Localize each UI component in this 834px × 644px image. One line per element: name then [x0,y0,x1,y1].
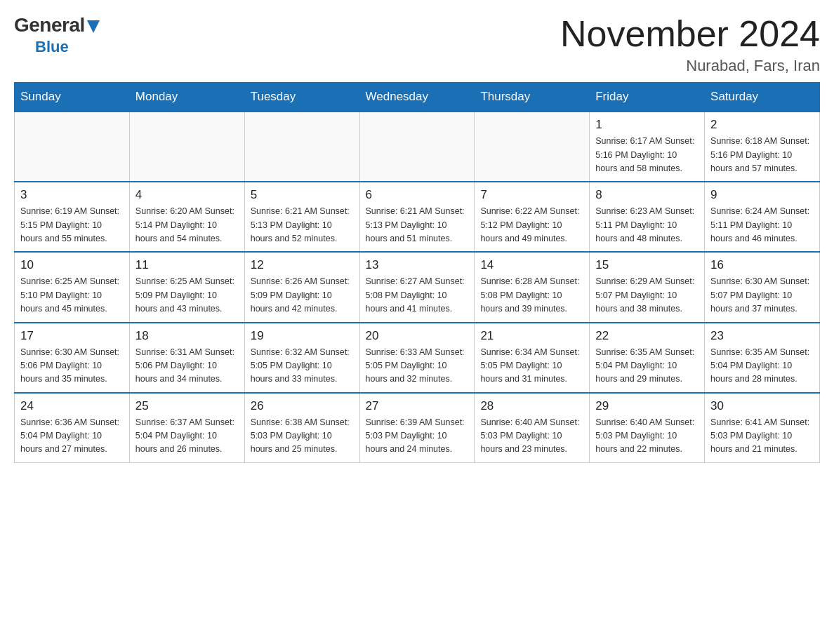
day-info: Sunrise: 6:41 AM Sunset: 5:03 PM Dayligh… [710,416,814,457]
day-cell: 9Sunrise: 6:24 AM Sunset: 5:11 PM Daylig… [705,182,820,252]
header-sunday: Sunday [15,83,130,112]
day-cell: 16Sunrise: 6:30 AM Sunset: 5:07 PM Dayli… [705,252,820,322]
day-number: 2 [710,118,814,132]
day-number: 12 [251,258,354,272]
day-cell: 29Sunrise: 6:40 AM Sunset: 5:03 PM Dayli… [590,393,705,463]
day-info: Sunrise: 6:21 AM Sunset: 5:13 PM Dayligh… [251,205,354,246]
day-number: 11 [135,258,239,272]
day-number: 3 [20,188,124,202]
day-cell [15,112,130,182]
day-cell [359,112,475,182]
day-info: Sunrise: 6:30 AM Sunset: 5:07 PM Dayligh… [710,275,814,316]
day-number: 6 [366,188,469,202]
day-number: 22 [595,329,699,343]
logo-blue: Blue [35,38,69,56]
day-number: 1 [595,118,699,132]
location: Nurabad, Fars, Iran [560,57,820,75]
day-info: Sunrise: 6:37 AM Sunset: 5:04 PM Dayligh… [135,416,239,457]
logo-triangle-icon [87,15,100,38]
header-tuesday: Tuesday [244,83,359,112]
day-info: Sunrise: 6:24 AM Sunset: 5:11 PM Dayligh… [710,205,814,246]
day-number: 25 [135,399,239,413]
day-number: 4 [135,188,239,202]
day-cell: 20Sunrise: 6:33 AM Sunset: 5:05 PM Dayli… [359,323,475,393]
day-cell: 25Sunrise: 6:37 AM Sunset: 5:04 PM Dayli… [129,393,244,463]
day-info: Sunrise: 6:28 AM Sunset: 5:08 PM Dayligh… [480,275,583,316]
day-info: Sunrise: 6:20 AM Sunset: 5:14 PM Dayligh… [135,205,239,246]
day-cell: 22Sunrise: 6:35 AM Sunset: 5:04 PM Dayli… [590,323,705,393]
day-number: 21 [480,329,583,343]
day-cell: 2Sunrise: 6:18 AM Sunset: 5:16 PM Daylig… [705,112,820,182]
day-number: 10 [20,258,124,272]
day-number: 26 [251,399,354,413]
day-number: 16 [710,258,814,272]
day-number: 8 [595,188,699,202]
day-info: Sunrise: 6:18 AM Sunset: 5:16 PM Dayligh… [710,135,814,175]
day-info: Sunrise: 6:36 AM Sunset: 5:04 PM Dayligh… [20,416,124,457]
day-info: Sunrise: 6:26 AM Sunset: 5:09 PM Dayligh… [251,275,354,316]
day-number: 15 [595,258,699,272]
day-cell: 14Sunrise: 6:28 AM Sunset: 5:08 PM Dayli… [475,252,590,322]
day-info: Sunrise: 6:39 AM Sunset: 5:03 PM Dayligh… [366,416,469,457]
day-number: 17 [20,329,124,343]
header-thursday: Thursday [475,83,590,112]
day-number: 7 [480,188,583,202]
day-number: 14 [480,258,583,272]
day-cell: 4Sunrise: 6:20 AM Sunset: 5:14 PM Daylig… [129,182,244,252]
day-info: Sunrise: 6:31 AM Sunset: 5:06 PM Dayligh… [135,346,239,387]
month-title: November 2024 [560,14,820,54]
day-info: Sunrise: 6:27 AM Sunset: 5:08 PM Dayligh… [366,275,469,316]
day-number: 13 [366,258,469,272]
week-row-4: 17Sunrise: 6:30 AM Sunset: 5:06 PM Dayli… [15,323,820,393]
header-wednesday: Wednesday [359,83,475,112]
day-number: 23 [710,329,814,343]
day-cell: 27Sunrise: 6:39 AM Sunset: 5:03 PM Dayli… [359,393,475,463]
day-info: Sunrise: 6:35 AM Sunset: 5:04 PM Dayligh… [595,346,699,387]
day-info: Sunrise: 6:23 AM Sunset: 5:11 PM Dayligh… [595,205,699,246]
day-info: Sunrise: 6:33 AM Sunset: 5:05 PM Dayligh… [366,346,469,387]
day-cell [475,112,590,182]
day-number: 24 [20,399,124,413]
week-row-1: 1Sunrise: 6:17 AM Sunset: 5:16 PM Daylig… [15,112,820,182]
day-info: Sunrise: 6:34 AM Sunset: 5:05 PM Dayligh… [480,346,583,387]
week-row-5: 24Sunrise: 6:36 AM Sunset: 5:04 PM Dayli… [15,393,820,463]
day-number: 27 [366,399,469,413]
header-saturday: Saturday [705,83,820,112]
day-cell: 8Sunrise: 6:23 AM Sunset: 5:11 PM Daylig… [590,182,705,252]
day-info: Sunrise: 6:25 AM Sunset: 5:09 PM Dayligh… [135,275,239,316]
day-cell: 7Sunrise: 6:22 AM Sunset: 5:12 PM Daylig… [475,182,590,252]
day-cell: 24Sunrise: 6:36 AM Sunset: 5:04 PM Dayli… [15,393,130,463]
header-friday: Friday [590,83,705,112]
day-cell: 12Sunrise: 6:26 AM Sunset: 5:09 PM Dayli… [244,252,359,322]
day-cell: 6Sunrise: 6:21 AM Sunset: 5:13 PM Daylig… [359,182,475,252]
day-cell: 3Sunrise: 6:19 AM Sunset: 5:15 PM Daylig… [15,182,130,252]
day-cell: 26Sunrise: 6:38 AM Sunset: 5:03 PM Dayli… [244,393,359,463]
day-info: Sunrise: 6:40 AM Sunset: 5:03 PM Dayligh… [595,416,699,457]
day-number: 5 [251,188,354,202]
day-number: 19 [251,329,354,343]
day-number: 28 [480,399,583,413]
day-cell [244,112,359,182]
day-cell: 11Sunrise: 6:25 AM Sunset: 5:09 PM Dayli… [129,252,244,322]
day-cell: 21Sunrise: 6:34 AM Sunset: 5:05 PM Dayli… [475,323,590,393]
day-number: 9 [710,188,814,202]
day-info: Sunrise: 6:38 AM Sunset: 5:03 PM Dayligh… [251,416,354,457]
day-info: Sunrise: 6:29 AM Sunset: 5:07 PM Dayligh… [595,275,699,316]
day-info: Sunrise: 6:25 AM Sunset: 5:10 PM Dayligh… [20,275,124,316]
day-cell: 30Sunrise: 6:41 AM Sunset: 5:03 PM Dayli… [705,393,820,463]
day-cell: 17Sunrise: 6:30 AM Sunset: 5:06 PM Dayli… [15,323,130,393]
day-cell: 10Sunrise: 6:25 AM Sunset: 5:10 PM Dayli… [15,252,130,322]
day-cell: 13Sunrise: 6:27 AM Sunset: 5:08 PM Dayli… [359,252,475,322]
day-cell: 5Sunrise: 6:21 AM Sunset: 5:13 PM Daylig… [244,182,359,252]
day-cell: 1Sunrise: 6:17 AM Sunset: 5:16 PM Daylig… [590,112,705,182]
svg-marker-0 [87,20,100,33]
week-row-3: 10Sunrise: 6:25 AM Sunset: 5:10 PM Dayli… [15,252,820,322]
header-monday: Monday [129,83,244,112]
day-cell: 28Sunrise: 6:40 AM Sunset: 5:03 PM Dayli… [475,393,590,463]
day-info: Sunrise: 6:21 AM Sunset: 5:13 PM Dayligh… [366,205,469,246]
calendar-table: SundayMondayTuesdayWednesdayThursdayFrid… [14,82,820,463]
day-cell [129,112,244,182]
day-number: 20 [366,329,469,343]
day-info: Sunrise: 6:19 AM Sunset: 5:15 PM Dayligh… [20,205,124,246]
day-number: 30 [710,399,814,413]
